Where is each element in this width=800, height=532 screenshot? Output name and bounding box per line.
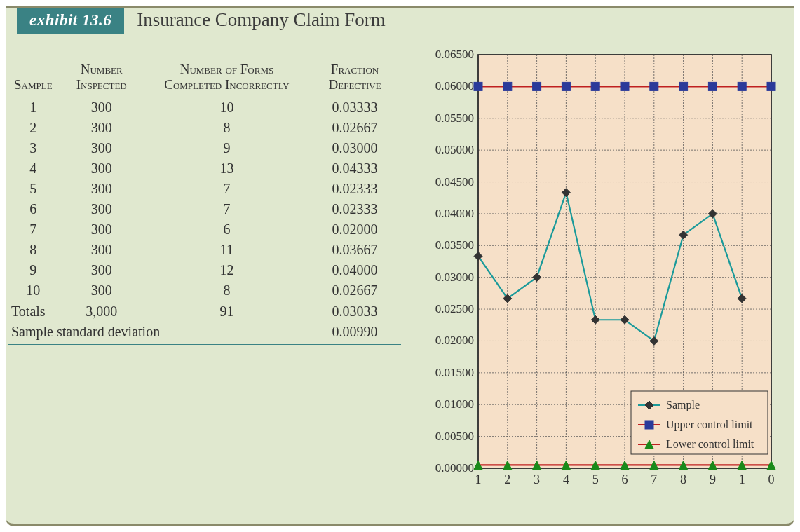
cell-incorrect: 7 — [145, 179, 309, 199]
cell-sample: 10 — [8, 280, 58, 301]
table-row: 330090.03000 — [8, 138, 401, 158]
cell-inspected: 300 — [58, 158, 145, 179]
table-row: 530070.02333 — [8, 179, 401, 199]
svg-rect-56 — [591, 82, 599, 90]
svg-text:0.06000: 0.06000 — [435, 79, 474, 93]
svg-rect-62 — [767, 82, 775, 90]
table-row: 230080.02667 — [8, 118, 401, 138]
cell-fraction: 0.04333 — [309, 158, 401, 179]
totals-fraction: 0.03033 — [309, 301, 401, 322]
totals-label: Totals — [8, 301, 58, 322]
cell-fraction: 0.04000 — [309, 260, 401, 280]
cell-fraction: 0.02667 — [309, 118, 401, 138]
cell-incorrect: 8 — [145, 118, 309, 138]
svg-text:9: 9 — [710, 472, 716, 486]
svg-text:0.04500: 0.04500 — [435, 175, 474, 189]
cell-inspected: 300 — [58, 199, 145, 219]
cell-sample: 3 — [8, 138, 58, 158]
std-value: 0.00990 — [309, 322, 401, 345]
svg-text:4: 4 — [563, 472, 569, 486]
svg-text:0.04000: 0.04000 — [435, 207, 474, 220]
cell-fraction: 0.03000 — [309, 138, 401, 158]
svg-text:0.05000: 0.05000 — [435, 143, 474, 156]
svg-text:5: 5 — [592, 472, 599, 486]
col-fraction: Fraction Defective — [309, 62, 401, 97]
cell-sample: 8 — [8, 240, 58, 260]
svg-text:7: 7 — [651, 472, 657, 486]
svg-text:8: 8 — [680, 472, 686, 486]
svg-rect-54 — [533, 82, 541, 90]
data-table: Sample Number Inspected Number of Forms … — [8, 62, 401, 345]
cell-incorrect: 12 — [145, 260, 309, 280]
col-sample: Sample — [8, 62, 58, 97]
std-label: Sample standard deviation — [8, 322, 309, 345]
data-table-wrap: Sample Number Inspected Number of Forms … — [8, 34, 401, 496]
totals-inspected: 3,000 — [58, 301, 145, 322]
svg-text:3: 3 — [534, 472, 540, 486]
cell-incorrect: 11 — [145, 240, 309, 260]
svg-rect-52 — [474, 82, 482, 90]
control-chart: 0.000000.005000.010000.015000.020000.025… — [422, 48, 780, 496]
cell-fraction: 0.02333 — [309, 179, 401, 199]
cell-inspected: 300 — [58, 118, 145, 138]
svg-rect-53 — [503, 82, 512, 90]
col-inspected: Number Inspected — [58, 62, 145, 97]
chart-wrap: 0.000000.005000.010000.015000.020000.025… — [422, 34, 782, 496]
cell-fraction: 0.02000 — [309, 219, 401, 240]
table-row: 1300100.03333 — [8, 97, 401, 118]
cell-sample: 6 — [8, 199, 58, 219]
svg-text:0.05500: 0.05500 — [435, 111, 474, 125]
svg-text:0.00500: 0.00500 — [435, 430, 474, 443]
svg-text:0.03500: 0.03500 — [435, 238, 474, 252]
cell-inspected: 300 — [58, 179, 145, 199]
cell-incorrect: 7 — [145, 199, 309, 219]
svg-rect-61 — [738, 82, 746, 90]
exhibit-tag: exhibit 13.6 — [17, 8, 124, 34]
cell-sample: 1 — [8, 97, 58, 118]
cell-fraction: 0.03333 — [309, 97, 401, 118]
svg-rect-60 — [708, 82, 717, 90]
svg-text:0.06500: 0.06500 — [435, 48, 474, 61]
cell-incorrect: 13 — [145, 158, 309, 179]
cell-sample: 5 — [8, 179, 58, 199]
svg-text:Lower control limit: Lower control limit — [666, 438, 754, 450]
svg-text:0: 0 — [768, 472, 775, 486]
svg-text:0.03000: 0.03000 — [435, 271, 474, 284]
cell-fraction: 0.02667 — [309, 280, 401, 301]
table-row: 730060.02000 — [8, 219, 401, 240]
cell-inspected: 300 — [58, 280, 145, 301]
col-incorrect: Number of Forms Completed Incorrectly — [145, 62, 309, 97]
exhibit-panel: exhibit 13.6 Insurance Company Claim For… — [6, 6, 794, 526]
svg-text:1: 1 — [739, 472, 745, 486]
svg-text:0.02500: 0.02500 — [435, 302, 474, 315]
svg-rect-55 — [562, 82, 570, 90]
table-row: 4300130.04333 — [8, 158, 401, 179]
svg-text:0.01000: 0.01000 — [435, 397, 474, 411]
cell-sample: 7 — [8, 219, 58, 240]
cell-incorrect: 6 — [145, 219, 309, 240]
cell-inspected: 300 — [58, 260, 145, 280]
cell-inspected: 300 — [58, 138, 145, 158]
cell-inspected: 300 — [58, 97, 145, 118]
table-row: 9300120.04000 — [8, 260, 401, 280]
table-row-totals: Totals3,000910.03033 — [8, 301, 401, 322]
cell-sample: 4 — [8, 158, 58, 179]
cell-fraction: 0.02333 — [309, 199, 401, 219]
svg-rect-59 — [679, 82, 688, 90]
svg-text:0.02000: 0.02000 — [435, 334, 474, 347]
cell-incorrect: 9 — [145, 138, 309, 158]
svg-text:6: 6 — [622, 472, 628, 486]
cell-incorrect: 10 — [145, 97, 309, 118]
svg-text:Upper control limit: Upper control limit — [666, 418, 753, 431]
svg-rect-57 — [621, 82, 629, 90]
table-row: 1030080.02667 — [8, 280, 401, 301]
cell-inspected: 300 — [58, 240, 145, 260]
svg-text:1: 1 — [475, 472, 482, 486]
svg-text:0.00000: 0.00000 — [435, 461, 474, 475]
svg-rect-70 — [645, 421, 653, 429]
svg-text:2: 2 — [504, 472, 510, 486]
page-title: Insurance Company Claim Form — [137, 9, 386, 34]
totals-incorrect: 91 — [145, 301, 309, 322]
cell-sample: 2 — [8, 118, 58, 138]
table-row: 630070.02333 — [8, 199, 401, 219]
